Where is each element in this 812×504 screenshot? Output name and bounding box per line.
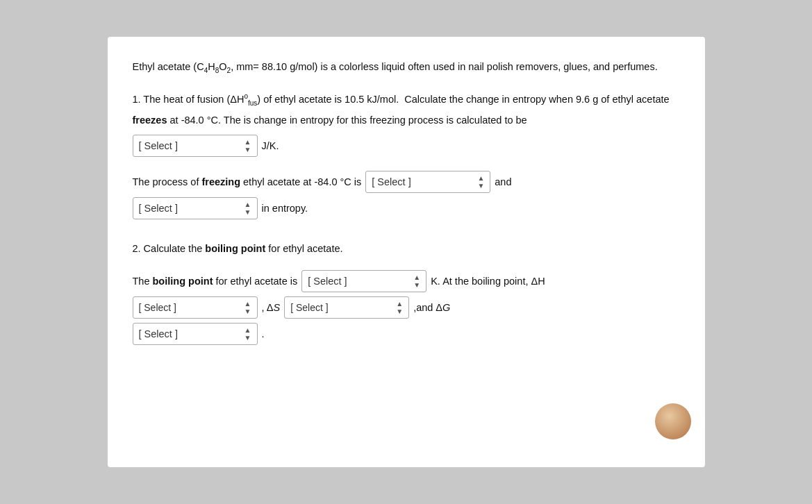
- intro-paragraph: Ethyl acetate (C4H8O2, mm= 88.10 g/mol) …: [133, 59, 680, 76]
- q1-and: and: [495, 172, 511, 192]
- q1-line3: The process of freezing ethyl acetate at…: [133, 171, 680, 193]
- q2-line3: [ Select ] ▲ ▼ .: [133, 323, 680, 345]
- q1-in-entropy: in entropy.: [262, 199, 308, 219]
- q2-and-dg: ,and ΔG: [413, 302, 450, 313]
- select-q2-ds-arrows: ▲ ▼: [396, 300, 403, 315]
- select-q2-bp-label: [ Select ]: [308, 271, 347, 292]
- select-q1-entropy-change[interactable]: [ Select ] ▲ ▼: [133, 197, 258, 219]
- select-q2-dg-label: [ Select ]: [139, 324, 178, 344]
- q2-period: .: [262, 324, 265, 344]
- q1-line2: [ Select ] ▲ ▼ J/K.: [133, 135, 680, 157]
- q1-line4: [ Select ] ▲ ▼ in entropy.: [133, 197, 680, 219]
- select-q2-dh-label: [ Select ]: [139, 302, 176, 313]
- q2-unit1: K. At the boiling point, ΔH: [431, 271, 545, 292]
- q2-line2: [ Select ] ▲ ▼ , ΔS [ Select ] ▲ ▼ ,and …: [133, 296, 680, 319]
- select-q1-entropy-change-label: [ Select ]: [139, 199, 178, 219]
- question-1-section: 1. The heat of fusion (ΔHofus) of ethyl …: [133, 90, 680, 219]
- q2-ds-symbol: , ΔS: [262, 302, 281, 313]
- q2-title-line: 2. Calculate the boiling point for ethyl…: [133, 239, 680, 259]
- select-q1-process-arrows: ▲ ▼: [477, 174, 484, 190]
- select-q2-ds-label: [ Select ]: [290, 302, 328, 313]
- select-q2-bp[interactable]: [ Select ] ▲ ▼: [301, 270, 426, 292]
- select-q2-ds[interactable]: [ Select ] ▲ ▼: [284, 296, 409, 319]
- select-q1-entropy-arrows: ▲ ▼: [245, 138, 251, 153]
- select-q2-dh-arrows: ▲ ▼: [245, 300, 251, 315]
- q2-bp-pre: The boiling point for ethyl acetate is: [133, 271, 298, 292]
- select-q1-entropy-label: [ Select ]: [139, 136, 178, 156]
- avatar: [655, 403, 691, 439]
- q2-title: 2. Calculate the boiling point for ethyl…: [133, 239, 343, 259]
- q1-line1: 1. The heat of fusion (ΔHofus) of ethyl …: [133, 90, 680, 131]
- select-q2-dh[interactable]: [ Select ] ▲ ▼: [133, 296, 258, 319]
- question-2-section: 2. Calculate the boiling point for ethyl…: [133, 239, 680, 345]
- q2-line1: The boiling point for ethyl acetate is […: [133, 270, 680, 292]
- q1-unit1: J/K.: [262, 136, 279, 156]
- select-q2-dg-arrows: ▲ ▼: [245, 326, 251, 342]
- select-q1-entropy-change-arrows: ▲ ▼: [245, 201, 251, 216]
- q1-number: 1. The heat of fusion (ΔHofus) of ethyl …: [133, 90, 680, 131]
- select-q2-dg[interactable]: [ Select ] ▲ ▼: [133, 323, 258, 345]
- select-q1-entropy[interactable]: [ Select ] ▲ ▼: [133, 135, 258, 157]
- select-q1-process[interactable]: [ Select ] ▲ ▼: [365, 171, 490, 193]
- select-q2-bp-arrows: ▲ ▼: [413, 274, 420, 289]
- q1-freezing-pre: The process of freezing ethyl acetate at…: [133, 172, 362, 192]
- main-card: Ethyl acetate (C4H8O2, mm= 88.10 g/mol) …: [108, 37, 705, 467]
- select-q1-process-label: [ Select ]: [372, 172, 411, 192]
